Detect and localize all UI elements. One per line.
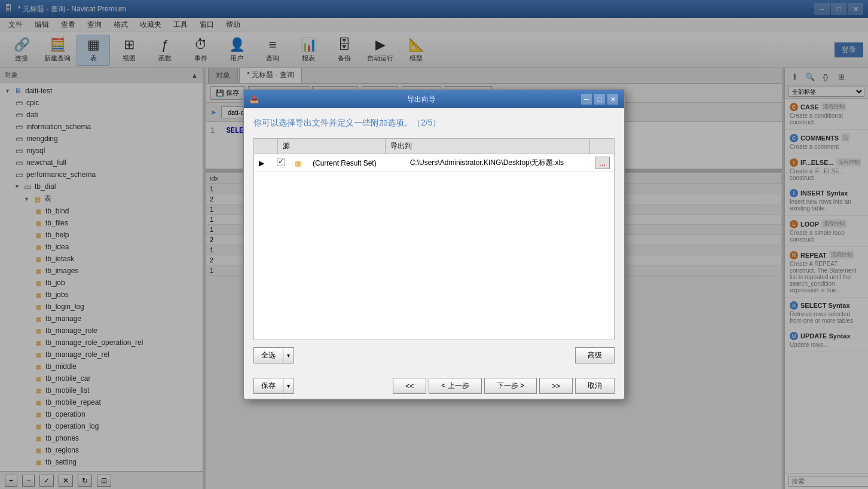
modal-close-btn[interactable]: ✕: [607, 94, 618, 105]
all-select-dropdown-btn[interactable]: ▾: [283, 347, 294, 363]
modal-title-text: 导出向导: [407, 94, 436, 105]
row-source-text: (Current Result Set): [308, 157, 405, 170]
all-select-split-btn: 全选 ▾: [253, 347, 294, 363]
modal-overlay: 📤 导出向导 ─ □ ✕ 你可以选择导出文件并定义一些附加选项。（2/5） 源 …: [0, 0, 868, 489]
modal-table-row: ▶ ▦ (Current Result Set) C:\Users\Admini…: [254, 154, 614, 172]
rewind-button[interactable]: <<: [393, 378, 426, 394]
row-checkbox[interactable]: [272, 155, 290, 170]
next-button[interactable]: 下一步 >: [484, 378, 537, 394]
save-split-btn: 保存 ▾: [253, 378, 294, 394]
row-dest-text: C:\Users\Administrator.KING\Desktop\无标题.…: [405, 155, 590, 170]
modal-col-source: 源: [278, 139, 386, 154]
browse-button[interactable]: ...: [595, 157, 610, 169]
checkbox-icon: [277, 158, 285, 166]
prev-button[interactable]: < 上一步: [429, 378, 481, 394]
modal-col-check: [254, 139, 278, 154]
modal-maximize-btn[interactable]: □: [594, 94, 605, 105]
modal-table-header: 源 导出到: [253, 138, 615, 154]
modal-col-dest: 导出到: [386, 139, 590, 154]
modal-title-bar: 📤 导出向导 ─ □ ✕: [244, 90, 624, 108]
modal-col-action: [590, 139, 614, 154]
advanced-button[interactable]: 高级: [575, 347, 615, 363]
modal-title-buttons: ─ □ ✕: [580, 94, 618, 105]
export-wizard-modal: 📤 导出向导 ─ □ ✕ 你可以选择导出文件并定义一些附加选项。（2/5） 源 …: [243, 89, 625, 400]
cancel-button[interactable]: 取消: [575, 378, 615, 394]
all-select-button[interactable]: 全选: [253, 347, 283, 363]
row-browse-btn[interactable]: ...: [590, 154, 614, 172]
modal-minimize-btn[interactable]: ─: [581, 94, 592, 105]
modal-footer: 保存 ▾ << < 上一步 下一步 > >> 取消: [244, 373, 624, 399]
modal-subtitle: 你可以选择导出文件并定义一些附加选项。（2/5）: [253, 118, 615, 129]
modal-table-body: ▶ ▦ (Current Result Set) C:\Users\Admini…: [253, 154, 615, 340]
row-expand[interactable]: ▶: [254, 157, 272, 170]
modal-save-button[interactable]: 保存: [253, 378, 283, 394]
modal-body: 你可以选择导出文件并定义一些附加选项。（2/5） 源 导出到 ▶ ▦ (Curr…: [244, 108, 624, 373]
row-table-icon: ▦: [290, 157, 308, 170]
fast-forward-button[interactable]: >>: [539, 378, 573, 394]
modal-save-dropdown-btn[interactable]: ▾: [283, 378, 294, 394]
modal-title-icon: 📤: [250, 95, 259, 103]
modal-nav-buttons: << < 上一步 下一步 > >> 取消: [393, 378, 615, 394]
modal-actions-row: 全选 ▾ 高级: [253, 347, 615, 363]
